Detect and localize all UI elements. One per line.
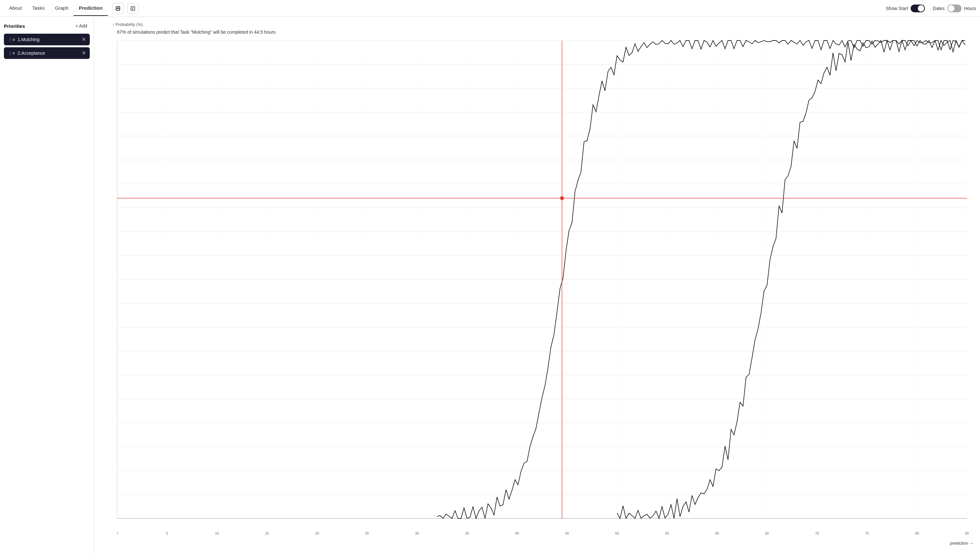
icon-buttons: [111, 3, 138, 14]
task-label-1: 1.Mulching: [18, 37, 82, 42]
svg-text:15: 15: [265, 531, 269, 535]
add-priority-button[interactable]: + Add: [73, 22, 90, 30]
svg-text:75: 75: [865, 531, 869, 535]
header: About Tasks Graph Prediction Show Start: [0, 0, 980, 17]
task-item-2[interactable]: ⋮≡ 2.Acceptance ✕: [4, 47, 90, 59]
dates-hours-toggle[interactable]: [947, 5, 962, 12]
svg-text:30: 30: [415, 531, 419, 535]
prediction-label: prediction →: [950, 541, 974, 545]
save-icon-button[interactable]: [113, 3, 124, 14]
svg-text:40: 40: [515, 531, 519, 535]
svg-text:45: 45: [565, 531, 569, 535]
show-start-toggle-group: Show Start: [886, 5, 925, 12]
svg-text:85: 85: [965, 531, 969, 535]
svg-text:0: 0: [117, 531, 118, 535]
main-layout: Priorities + Add ⋮≡ 1.Mulching ✕ ⋮≡ 2.Ac…: [0, 17, 980, 555]
dates-hours-toggle-group: Dates Hours: [933, 5, 976, 12]
sidebar: Priorities + Add ⋮≡ 1.Mulching ✕ ⋮≡ 2.Ac…: [0, 17, 94, 555]
nav-prediction[interactable]: Prediction: [74, 1, 108, 16]
svg-text:70: 70: [815, 531, 819, 535]
show-start-toggle[interactable]: [911, 5, 925, 12]
task-close-1[interactable]: ✕: [82, 37, 86, 42]
task-item-1[interactable]: ⋮≡ 1.Mulching ✕: [4, 34, 90, 45]
chart-title: 67% of simulations predict that Task "Mu…: [117, 29, 974, 35]
svg-text:55: 55: [665, 531, 669, 535]
task-label-2: 2.Acceptance: [18, 51, 82, 56]
sidebar-title: Priorities: [4, 23, 25, 29]
svg-text:60: 60: [715, 531, 719, 535]
svg-text:20: 20: [315, 531, 319, 535]
hours-label: Hours: [964, 6, 976, 11]
nav-about[interactable]: About: [4, 1, 27, 16]
task-icon-1: ⋮≡: [8, 37, 15, 42]
nav-graph[interactable]: Graph: [50, 1, 74, 16]
svg-text:50: 50: [615, 531, 619, 535]
task-list: ⋮≡ 1.Mulching ✕ ⋮≡ 2.Acceptance ✕: [4, 34, 90, 59]
sidebar-header: Priorities + Add: [4, 22, 90, 30]
dates-label: Dates: [933, 6, 945, 11]
svg-text:10: 10: [215, 531, 219, 535]
nav-tabs: About Tasks Graph Prediction: [4, 1, 108, 16]
svg-rect-1: [117, 6, 119, 8]
svg-text:25: 25: [365, 531, 369, 535]
y-axis-label: ↑ Probability (%): [112, 22, 974, 27]
chart-area: ↑ Probability (%) 67% of simulations pre…: [94, 17, 980, 555]
nav-tasks[interactable]: Tasks: [27, 1, 50, 16]
task-close-2[interactable]: ✕: [82, 51, 86, 56]
svg-text:65: 65: [765, 531, 769, 535]
svg-rect-2: [116, 9, 119, 10]
svg-text:80: 80: [915, 531, 919, 535]
svg-text:35: 35: [465, 531, 469, 535]
svg-rect-0: [116, 6, 120, 10]
task-icon-2: ⋮≡: [8, 51, 15, 56]
chart-wrapper: 0510152025303540455055606570758085909510…: [117, 37, 974, 538]
show-start-label: Show Start: [886, 6, 908, 11]
svg-point-88: [560, 196, 564, 200]
svg-text:5: 5: [166, 531, 168, 535]
export-icon-button[interactable]: [127, 3, 138, 14]
